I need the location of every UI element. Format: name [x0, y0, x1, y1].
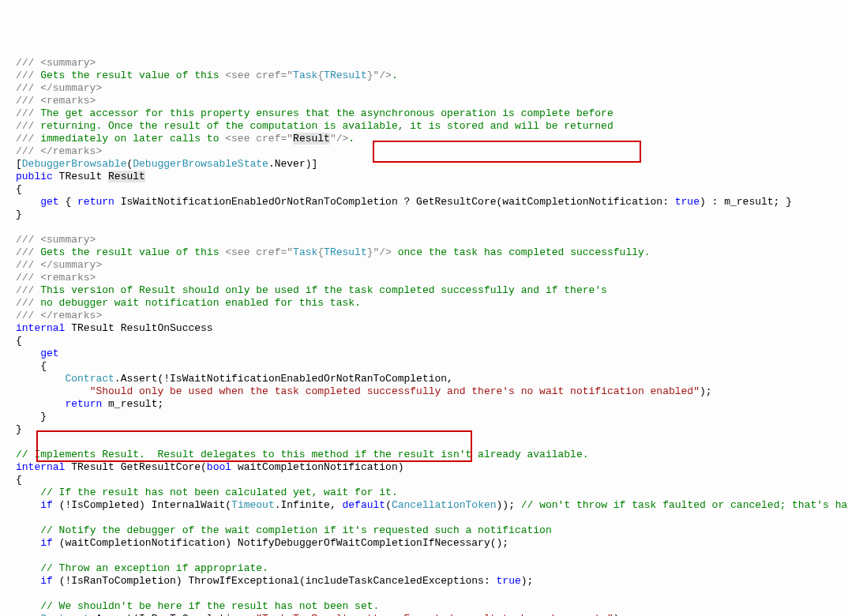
doc-text: immediately on later calls to [34, 133, 225, 145]
code: m_result; [102, 398, 163, 410]
punct: [ [16, 158, 22, 170]
brace: { [16, 360, 47, 372]
doc-slash: /// [16, 284, 34, 296]
doc-tag: </remarks> [34, 145, 102, 157]
code: .Assert(IsRanToCompletion, [90, 613, 257, 616]
code: (waitCompletionNotification) NotifyDebug… [53, 537, 508, 549]
property-name: Result [108, 171, 145, 182]
doc-tag: <remarks> [34, 95, 96, 107]
comment: // We shouldn't be here if the result ha… [40, 600, 379, 612]
code: (!IsCompleted) InternalWait( [53, 499, 231, 511]
doc-slash: /// [16, 234, 34, 246]
doc-text: . [348, 133, 355, 145]
doc-tag: <see cref=" [225, 246, 293, 258]
code: .Infinite, [275, 499, 343, 511]
indent [16, 600, 40, 612]
doc-slash: /// [16, 246, 34, 258]
comment: // won't throw if task faulted or cancel… [521, 499, 848, 511]
indent [16, 613, 40, 616]
indent [16, 486, 40, 498]
indent [16, 385, 90, 397]
keyword: get [40, 347, 58, 359]
brace: } [16, 208, 22, 220]
doc-slash: /// [16, 133, 34, 145]
keyword: if [40, 575, 53, 587]
type-ref: Task [293, 246, 317, 258]
doc-text: . [392, 69, 398, 81]
doc-text: once the task has completed successfully… [392, 246, 651, 258]
code: ); [613, 613, 626, 616]
indent [16, 196, 40, 208]
doc-tag: </summary> [34, 82, 102, 94]
doc-tag: <see cref=" [225, 133, 293, 145]
indent [16, 373, 65, 385]
type-ref: Contract [40, 613, 89, 616]
keyword: return [65, 398, 102, 410]
doc-text: returning. Once the result of the comput… [34, 120, 613, 132]
doc-tag: <see cref=" [225, 69, 293, 81]
type-ref: CancellationToken [392, 499, 497, 511]
doc-text: The get accessor for this property ensur… [34, 107, 613, 119]
code: .Never)] [268, 158, 317, 170]
doc-slash: /// [16, 297, 34, 309]
doc-tag: <summary> [34, 57, 96, 69]
doc-text: no debugger wait notification enabled fo… [34, 297, 360, 309]
doc-tag: { [317, 246, 324, 258]
doc-text: Gets the result value of this [34, 246, 225, 258]
indent [16, 499, 40, 511]
doc-slash: /// [16, 272, 34, 284]
doc-slash: /// [16, 120, 34, 132]
keyword: internal [16, 461, 65, 473]
indent [16, 524, 40, 536]
brace: { [16, 183, 22, 195]
keyword: public [16, 171, 53, 182]
comment: // Throw an exception if appropriate. [40, 562, 268, 574]
type-ref: Contract [65, 373, 114, 385]
comment: // Notify the debugger of the wait compl… [40, 524, 552, 536]
keyword: bool [207, 461, 231, 473]
keyword: default [343, 499, 386, 511]
type-ref: Timeout [231, 499, 275, 511]
comment: // If the result has not been calculated… [40, 486, 397, 498]
keyword: if [40, 499, 53, 511]
code: ) : m_result; } [700, 196, 792, 208]
keyword: true [675, 196, 700, 208]
doc-tag: <summary> [34, 234, 96, 246]
doc-tag: <remarks> [34, 272, 96, 284]
doc-tag: </summary> [34, 259, 102, 271]
doc-tag: "/> [330, 133, 348, 145]
string: "Task<T>.Result getter: Expected result … [256, 613, 613, 616]
code: IsWaitNotificationEnabledOrNotRanToCompl… [114, 196, 675, 208]
comment: // Implements Result. Result delegates t… [16, 449, 589, 460]
doc-slash: /// [16, 310, 34, 321]
code: waitCompletionNotification) [231, 461, 403, 473]
cref-name: Result [293, 133, 330, 145]
code: TResult ResultOnSuccess [65, 322, 212, 334]
doc-slash: /// [16, 259, 34, 271]
doc-tag: { [317, 69, 324, 81]
brace: { [16, 335, 22, 347]
doc-slash: /// [16, 57, 34, 69]
keyword: return [77, 196, 114, 208]
doc-slash: /// [16, 107, 34, 119]
code: ); [521, 575, 534, 587]
code: { [59, 196, 77, 208]
doc-tag: }"/> [367, 69, 392, 81]
code: TResult GetResultCore( [65, 461, 206, 473]
type-ref: Task [293, 69, 317, 81]
doc-text: Gets the result value of this [34, 69, 225, 81]
doc-slash: /// [16, 82, 34, 94]
doc-slash: /// [16, 69, 34, 81]
doc-tag: </remarks> [34, 310, 102, 321]
type-ref: TResult [324, 69, 367, 81]
doc-slash: /// [16, 145, 34, 157]
type-ref: DebuggerBrowsable [22, 158, 127, 170]
keyword: if [40, 537, 53, 549]
code: TResult [53, 171, 108, 182]
keyword: true [497, 575, 521, 587]
type-ref: TResult [324, 246, 367, 258]
keyword: get [40, 196, 58, 208]
indent [16, 562, 40, 574]
doc-text: This version of Result should only be us… [34, 284, 607, 296]
doc-slash: /// [16, 95, 34, 107]
